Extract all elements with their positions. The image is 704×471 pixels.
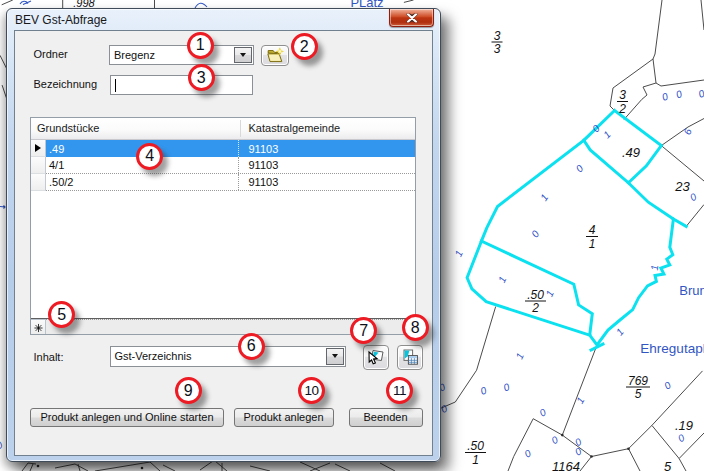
bezeichnung-input[interactable]: [110, 75, 254, 95]
boundary-point-number: 0: [676, 432, 687, 445]
callout-8: 8: [402, 314, 429, 341]
grid-row-.49[interactable]: .4991103: [31, 140, 415, 157]
produkt-anlegen-und-online-starten-button[interactable]: Produkt anlegen und Online starten: [30, 408, 224, 427]
row-cells: .50/291103: [46, 174, 415, 191]
boundary-point-number: 1: [544, 289, 556, 299]
produkt-anlegen-button[interactable]: Produkt anlegen: [234, 408, 334, 427]
boundary-point-number: 1: [496, 275, 508, 285]
callout-number: 3: [197, 70, 205, 86]
close-icon: [406, 13, 417, 22]
map-symbol: [20, 1, 31, 5]
boundary-point-number: 0: [573, 445, 584, 458]
parcel-boundary-line: [30, 464, 33, 471]
callout-number: 10: [304, 383, 318, 399]
dialog-titlebar[interactable]: BEV Gst-Abfrage: [7, 9, 440, 30]
parcel-boundary-line: [200, 461, 213, 470]
parcel-table-button[interactable]: [397, 345, 423, 370]
text-caret: [115, 79, 116, 92]
parcel-boundary-line: [661, 146, 704, 181]
parcel-number-denominator: 1: [472, 453, 479, 467]
callout-7: 7: [350, 317, 377, 344]
boundary-point-number: 6: [682, 127, 694, 136]
boundary-point-number: 0: [502, 381, 511, 393]
grid-row-.50/2[interactable]: .50/291103: [31, 174, 415, 191]
boundary-point-number: 0: [529, 228, 541, 239]
ordner-label: Ordner: [34, 48, 68, 60]
survey-point-dot: [590, 455, 593, 458]
boundary-point-number: 0: [674, 88, 683, 100]
callout-number: 4: [145, 148, 153, 164]
parcel-number-numerator: 769: [628, 374, 648, 388]
callout-6: 6: [238, 333, 265, 360]
parcel-number-numerator: .50: [527, 288, 544, 302]
new-row-header: [31, 319, 46, 335]
row-header[interactable]: [31, 140, 46, 157]
column-header-katastralgemeinde[interactable]: Katastralgemeinde: [249, 118, 341, 139]
cell-grundstueck[interactable]: .50/2: [49, 174, 239, 190]
parcel-number-numerator: 4: [589, 223, 596, 237]
cell-katastralgemeinde[interactable]: 91103: [249, 157, 409, 173]
parcel-number-label: 5: [664, 459, 672, 471]
boundary-point-number: 0: [574, 162, 586, 174]
place-name-label: Ehregutapl: [640, 341, 704, 356]
boundary-point-number: 0: [479, 384, 488, 396]
beenden-button[interactable]: Beenden: [349, 408, 423, 427]
select-parcel-on-map-button[interactable]: [363, 345, 389, 370]
callout-number: 7: [359, 323, 367, 339]
parcel-boundary-line: [310, 463, 330, 471]
row-header[interactable]: [31, 157, 46, 174]
parcel-number-denominator: 1: [589, 237, 596, 251]
parcel-boundary-line: [300, 462, 320, 471]
parcel-boundary-line: [432, 307, 496, 413]
boundary-point-number: 0: [538, 406, 549, 419]
row-header[interactable]: [31, 174, 46, 191]
boundary-point-number: 0: [0, 439, 5, 452]
boundary-point-number: 0: [662, 379, 673, 391]
parcel-boundary-line: [404, 0, 414, 2]
dialog-window: BEV Gst-Abfrage Ordner Bregenz: [6, 8, 441, 462]
cell-katastralgemeinde[interactable]: 91103: [249, 140, 409, 157]
folder-browse-button[interactable]: [261, 45, 289, 66]
callout-11: 11: [386, 377, 413, 404]
chevron-down-icon: [332, 354, 338, 358]
ordner-combobox[interactable]: Bregenz: [109, 45, 254, 65]
parcel-number-numerator: .50: [467, 439, 484, 453]
boundary-point-number: 0: [550, 434, 561, 447]
parcel-boundary-line: [55, 464, 88, 471]
parcel-boundary-line: [686, 205, 704, 227]
place-name-label: Brun: [679, 283, 704, 298]
callout-number: 9: [184, 383, 192, 399]
boundary-point-number: 1: [601, 129, 613, 141]
parcel-boundary-line: [215, 461, 227, 471]
cell-katastralgemeinde[interactable]: 91103: [249, 174, 409, 190]
boundary-point-number: 0: [697, 87, 704, 99]
boundary-point-number: 1: [574, 395, 586, 405]
new-row-asterisk-icon: [33, 322, 44, 334]
inhalt-combobox[interactable]: Gst-Verzeichnis: [110, 346, 347, 367]
parcel-number-numerator: 3: [494, 29, 501, 43]
inhalt-label: Inhalt:: [34, 351, 64, 363]
screenshot-stage: 333241.5027695.501.4923.1911645.998PLatz…: [0, 0, 704, 471]
column-header-grundstuecke[interactable]: Grundstücke: [37, 118, 99, 139]
callout-number: 6: [247, 338, 255, 354]
row-cells: 4/191103: [46, 157, 415, 174]
callout-number: 8: [411, 320, 419, 336]
boundary-point-number: 0: [660, 90, 669, 102]
parcel-number-label: .49: [622, 145, 640, 160]
row-cells: .4991103: [46, 140, 415, 157]
boundary-point-number: 1: [614, 326, 626, 337]
boundary-point-number: 1: [453, 249, 465, 259]
callout-number: 1: [196, 37, 204, 53]
inhalt-dropdown-button[interactable]: [326, 348, 344, 365]
close-button[interactable]: [389, 9, 434, 27]
parcel-boundary-line: [163, 465, 175, 471]
callout-3: 3: [188, 64, 215, 91]
parcel-number-label: 23: [674, 179, 690, 194]
boundary-point-number: 0: [688, 191, 699, 204]
ordner-dropdown-button[interactable]: [234, 47, 252, 63]
grid-row-4/1[interactable]: 4/191103: [31, 157, 415, 174]
parcel-grid[interactable]: Grundstücke Katastralgemeinde .49911034/…: [30, 117, 416, 335]
boundary-point-number: 1: [514, 351, 526, 361]
survey-point-dot: [561, 434, 564, 437]
survey-point-dot: [141, 467, 144, 470]
